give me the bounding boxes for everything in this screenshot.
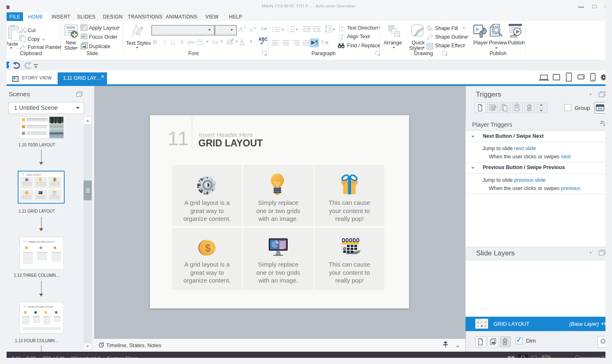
svg-text:$: $ (205, 242, 211, 254)
svg-text:3: 3 (287, 31, 289, 33)
svg-text:A: A (261, 26, 264, 32)
svg-text:A: A (342, 25, 344, 29)
svg-text:(x): (x) (598, 107, 603, 111)
